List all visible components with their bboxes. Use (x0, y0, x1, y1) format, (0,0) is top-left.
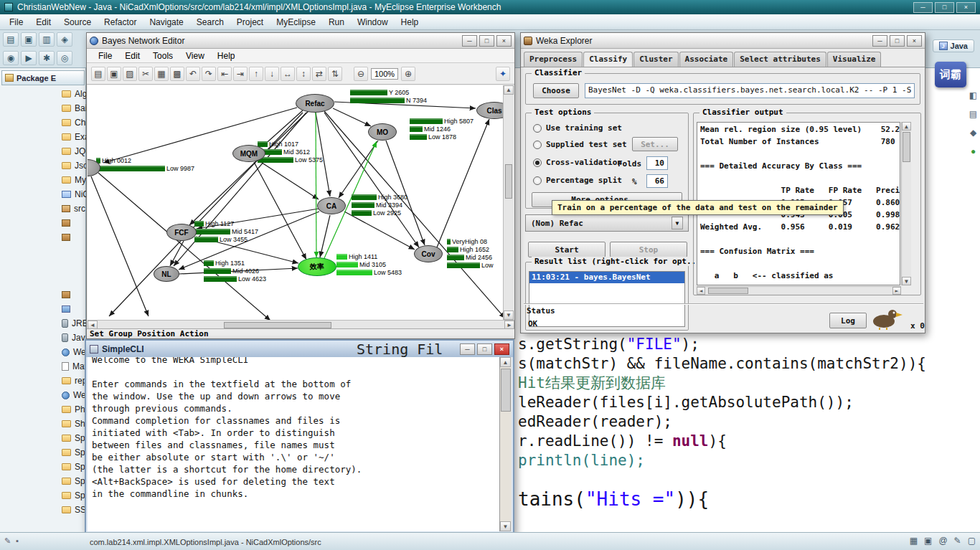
scroll-up-icon[interactable]: ▲ (504, 85, 514, 95)
percent-field[interactable]: 66 (646, 174, 668, 188)
choose-button[interactable]: Choose (533, 83, 579, 98)
bayes-center-h-icon[interactable]: ↔ (281, 67, 295, 81)
bayes-graph-canvas[interactable]: Y 2605N 7394High 5807Mid 1246Low 1878Hig… (88, 85, 504, 320)
maximize-button[interactable]: □ (477, 343, 492, 355)
tab-associate[interactable]: Associate (679, 52, 734, 67)
set-test-set-button[interactable]: Set... (632, 137, 678, 151)
menu-navigate[interactable]: Navigate (143, 16, 189, 29)
open-type-icon[interactable]: ◈ (57, 32, 72, 47)
main-titlebar[interactable]: ChristianWebNew - Java - NiCadXmlOptions… (0, 0, 980, 14)
simplecli-titlebar[interactable]: SimpleCLI ─□× (86, 341, 513, 357)
graph-node-mo[interactable]: MO (368, 123, 397, 141)
bayes-undo-icon[interactable]: ↶ (186, 67, 200, 81)
log-button[interactable]: Log (829, 313, 867, 328)
minimize-button[interactable]: ─ (913, 2, 933, 13)
scroll-thumb[interactable] (903, 132, 910, 162)
scroll-thumb[interactable] (224, 322, 331, 328)
grid-icon[interactable]: ▦ (910, 536, 918, 546)
bayes-menu-help[interactable]: Help (212, 50, 241, 62)
print-icon[interactable]: ▥ (39, 32, 55, 47)
output-vertical-scrollbar[interactable]: ▲ ▼ (901, 122, 911, 285)
result-list[interactable]: 11:03:21 - bayes.BayesNet (529, 271, 685, 327)
bayes-align-top-icon[interactable]: ↑ (249, 67, 263, 81)
at-icon[interactable]: @ (938, 536, 947, 546)
maximize-button[interactable]: □ (935, 2, 954, 13)
menu-project[interactable]: Project (230, 16, 270, 29)
edit-icon[interactable]: ✎ (954, 536, 961, 546)
scroll-thumb[interactable] (501, 369, 511, 412)
simplecli-output-area[interactable]: Welcome to the WEKA SimpleCLIEnter comma… (88, 357, 499, 531)
close-button[interactable]: × (956, 2, 976, 13)
scroll-right-icon[interactable]: ► (892, 287, 901, 295)
menu-window[interactable]: Window (351, 16, 395, 29)
menu-search[interactable]: Search (190, 16, 230, 29)
menu-help[interactable]: Help (395, 16, 425, 29)
window-icon[interactable]: ▢ (968, 536, 976, 546)
save-icon[interactable]: ▣ (21, 32, 37, 47)
bayes-paste-icon[interactable]: ▩ (170, 67, 184, 81)
cross-validation-radio[interactable]: Cross-validation (533, 158, 622, 167)
palette-icon[interactable]: ◆ (970, 128, 976, 138)
bayes-center-v-icon[interactable]: ↕ (296, 67, 311, 81)
folds-field[interactable]: 10 (646, 156, 668, 170)
scroll-thumb[interactable] (708, 288, 748, 294)
ime-ciba-badge[interactable]: 词霸 (935, 62, 966, 87)
bayes-menu-file[interactable]: File (93, 50, 118, 62)
bayes-new-icon[interactable]: ▤ (91, 67, 105, 81)
tab-select-attributes[interactable]: Select attributes (734, 52, 826, 67)
external-icon[interactable]: ✱ (39, 51, 55, 65)
radio-icon[interactable] (533, 124, 542, 133)
menu-refactor[interactable]: Refactor (98, 16, 143, 29)
chevron-down-icon[interactable]: ▼ (672, 217, 683, 229)
bayes-align-right-icon[interactable]: ⇥ (233, 67, 248, 81)
supplied-test-set-radio[interactable]: Supplied test set (533, 140, 627, 149)
close-button[interactable]: × (494, 343, 509, 355)
run-icon[interactable]: ▶ (21, 51, 37, 65)
bayes-open-icon[interactable]: ▨ (123, 67, 137, 81)
debug-icon[interactable]: ◉ (3, 51, 19, 65)
scroll-down-icon[interactable]: ▼ (902, 277, 911, 285)
outline-icon[interactable]: ▤ (969, 109, 977, 119)
scroll-left-icon[interactable]: ◄ (697, 287, 705, 295)
bayes-redo-icon[interactable]: ↷ (202, 67, 216, 81)
output-horizontal-scrollbar[interactable]: ◄ ► (697, 286, 901, 295)
bayes-menu-view[interactable]: View (180, 50, 210, 62)
percentage-split-radio[interactable]: Percentage split (533, 176, 622, 185)
new-icon[interactable]: ▤ (3, 32, 19, 47)
tab-visualize[interactable]: Visualize (827, 52, 882, 67)
bayes-menu-tools[interactable]: Tools (147, 50, 179, 62)
bayes-zoom-out-icon[interactable]: ⊖ (354, 67, 368, 81)
minimize-button[interactable]: ─ (460, 343, 475, 355)
bayes-layout-icon[interactable]: ✦ (496, 67, 510, 81)
class-attribute-combo[interactable]: (Nom) Refac ▼ (525, 214, 689, 232)
scroll-down-icon[interactable]: ▼ (500, 521, 511, 531)
radio-icon[interactable] (533, 141, 542, 149)
package-explorer-tab[interactable]: Package E (1, 70, 85, 85)
graph-node-ca[interactable]: CA (317, 197, 346, 214)
scroll-up-icon[interactable]: ▲ (902, 122, 911, 131)
scroll-down-icon[interactable]: ▼ (504, 310, 514, 320)
stop-button[interactable]: Stop (610, 242, 687, 257)
radio-icon[interactable] (533, 176, 542, 185)
bayes-titlebar[interactable]: Bayes Network Editor ─□× (87, 33, 514, 49)
perspective-java-button[interactable]: J Java (933, 39, 974, 52)
leaf-icon[interactable]: ● (971, 146, 976, 156)
classifier-command-field[interactable]: BayesNet -D -Q weka.classifiers.bayes.ne… (585, 83, 915, 98)
bayes-space-v-icon[interactable]: ⇅ (328, 67, 342, 81)
use-training-set-radio[interactable]: Use training set (533, 123, 622, 133)
menu-run[interactable]: Run (322, 16, 351, 29)
maximize-button[interactable]: □ (890, 35, 905, 47)
scroll-thumb[interactable] (505, 164, 512, 199)
bayes-menu-edit[interactable]: Edit (119, 50, 146, 62)
graph-node-eff[interactable]: 效率 (298, 257, 336, 276)
bayes-align-bottom-icon[interactable]: ↓ (265, 67, 279, 81)
result-item[interactable]: 11:03:21 - bayes.BayesNet (529, 272, 684, 283)
bayes-save-icon[interactable]: ▣ (107, 67, 121, 81)
minimize-button[interactable]: ─ (872, 35, 887, 47)
graph-node-refac[interactable]: Refac (296, 94, 334, 113)
close-button[interactable]: × (496, 35, 512, 47)
scroll-up-icon[interactable]: ▲ (500, 357, 511, 367)
panel-icon[interactable]: ◧ (969, 90, 977, 100)
tab-classify[interactable]: Classify (583, 52, 633, 67)
start-button[interactable]: Start (528, 242, 606, 257)
